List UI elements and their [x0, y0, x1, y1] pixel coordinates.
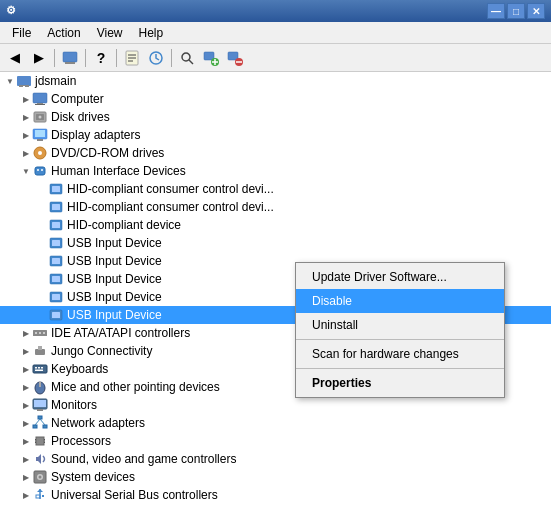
expand-btn-system[interactable]: ▶ [20, 471, 32, 483]
context-menu-item-uninstall[interactable]: Uninstall [296, 313, 504, 337]
tree-item-dvd[interactable]: ▶DVD/CD-ROM drives [0, 144, 551, 162]
svg-rect-71 [36, 437, 44, 445]
tree-item-usb1[interactable]: USB Input Device [0, 234, 551, 252]
menu-item-file[interactable]: File [4, 22, 39, 43]
menu-item-help[interactable]: Help [131, 22, 172, 43]
svg-rect-55 [38, 346, 42, 350]
svg-rect-74 [44, 439, 45, 441]
tree-item-hid[interactable]: ▼Human Interface Devices [0, 162, 551, 180]
remove-button[interactable] [224, 47, 246, 69]
node-label-sound: Sound, video and game controllers [51, 452, 236, 466]
svg-rect-1 [65, 62, 75, 64]
svg-rect-64 [34, 400, 46, 407]
context-menu-separator [296, 339, 504, 340]
svg-rect-68 [43, 425, 47, 428]
expand-btn-disk[interactable]: ▶ [20, 111, 32, 123]
node-label-hid2: HID-compliant consumer control devi... [67, 200, 274, 214]
expand-btn-hid[interactable]: ▼ [20, 165, 32, 177]
title-bar: ⚙ — □ ✕ [0, 0, 551, 22]
node-label-usb5: USB Input Device [67, 308, 162, 322]
minimize-button[interactable]: — [487, 3, 505, 19]
tree-item-usb-ctrl[interactable]: ▶Universal Serial Bus controllers [0, 486, 551, 504]
node-label-keyboard: Keyboards [51, 362, 108, 376]
node-label-monitors: Monitors [51, 398, 97, 412]
tree-item-sound[interactable]: ▶Sound, video and game controllers [0, 450, 551, 468]
svg-rect-67 [33, 425, 37, 428]
expand-btn-jungo[interactable]: ▶ [20, 345, 32, 357]
forward-button[interactable]: ▶ [28, 47, 50, 69]
scan-button[interactable] [176, 47, 198, 69]
node-label-network: Network adapters [51, 416, 145, 430]
svg-rect-57 [35, 367, 37, 369]
toolbar: ◀ ▶ ? [0, 44, 551, 72]
svg-rect-39 [52, 222, 60, 228]
svg-line-70 [40, 419, 45, 425]
svg-rect-51 [35, 332, 37, 334]
expand-btn-root[interactable]: ▼ [4, 75, 16, 87]
menu-item-view[interactable]: View [89, 22, 131, 43]
expand-btn-keyboard[interactable]: ▶ [20, 363, 32, 375]
tree-item-hid2[interactable]: HID-compliant consumer control devi... [0, 198, 551, 216]
expand-btn-network[interactable]: ▶ [20, 417, 32, 429]
tree-item-hid1[interactable]: HID-compliant consumer control devi... [0, 180, 551, 198]
node-icon-usb2 [48, 253, 64, 269]
svg-point-25 [39, 116, 42, 119]
help-button[interactable]: ? [90, 47, 112, 69]
node-icon-usb4 [48, 289, 64, 305]
node-icon-usb1 [48, 235, 64, 251]
context-menu-separator [296, 368, 504, 369]
node-icon-jungo [32, 343, 48, 359]
menu-item-action[interactable]: Action [39, 22, 88, 43]
expand-btn-ide[interactable]: ▶ [20, 327, 32, 339]
tree-item-processors[interactable]: ▶Processors [0, 432, 551, 450]
tree-item-monitors[interactable]: ▶Monitors [0, 396, 551, 414]
context-menu-item-scan[interactable]: Scan for hardware changes [296, 342, 504, 366]
svg-point-30 [38, 151, 42, 155]
tree-item-system[interactable]: ▶System devices [0, 468, 551, 486]
back-button[interactable]: ◀ [4, 47, 26, 69]
node-label-mice: Mice and other pointing devices [51, 380, 220, 394]
svg-marker-81 [37, 489, 43, 492]
expand-btn-monitors[interactable]: ▶ [20, 399, 32, 411]
tree-item-computer[interactable]: ▶Computer [0, 90, 551, 108]
expand-btn-usb-ctrl[interactable]: ▶ [20, 489, 32, 501]
svg-rect-37 [52, 204, 60, 210]
tree-item-disk[interactable]: ▶Disk drives [0, 108, 551, 126]
context-menu-item-update-driver[interactable]: Update Driver Software... [296, 265, 504, 289]
node-label-display: Display adapters [51, 128, 140, 142]
update-button[interactable] [145, 47, 167, 69]
node-label-disk: Disk drives [51, 110, 110, 124]
node-icon-ide [32, 325, 48, 341]
device-manager-button[interactable] [59, 47, 81, 69]
node-icon-hid [32, 163, 48, 179]
svg-rect-22 [35, 104, 45, 105]
svg-rect-41 [52, 240, 60, 246]
context-menu-item-properties[interactable]: Properties [296, 371, 504, 395]
svg-rect-35 [52, 186, 60, 192]
svg-line-69 [35, 419, 40, 425]
add-button[interactable] [200, 47, 222, 69]
svg-rect-65 [37, 409, 43, 411]
svg-rect-59 [41, 367, 43, 369]
node-label-usb2: USB Input Device [67, 254, 162, 268]
tree-item-hid3[interactable]: HID-compliant device [0, 216, 551, 234]
expand-btn-display[interactable]: ▶ [20, 129, 32, 141]
context-menu-item-disable[interactable]: Disable [296, 289, 504, 313]
tree-item-display[interactable]: ▶Display adapters [0, 126, 551, 144]
expand-btn-dvd[interactable]: ▶ [20, 147, 32, 159]
node-label-processors: Processors [51, 434, 111, 448]
node-icon-network [32, 415, 48, 431]
expand-btn-processors[interactable]: ▶ [20, 435, 32, 447]
expand-btn-computer[interactable]: ▶ [20, 93, 32, 105]
node-icon-hid3 [48, 217, 64, 233]
title-bar-icon: ⚙ [6, 4, 20, 18]
tree-item-root[interactable]: ▼jdsmain [0, 72, 551, 90]
close-button[interactable]: ✕ [527, 3, 545, 19]
tree-item-network[interactable]: ▶Network adapters [0, 414, 551, 432]
expand-btn-mice[interactable]: ▶ [20, 381, 32, 393]
properties-button[interactable] [121, 47, 143, 69]
maximize-button[interactable]: □ [507, 3, 525, 19]
svg-line-8 [189, 60, 193, 64]
svg-rect-45 [52, 276, 60, 282]
expand-btn-sound[interactable]: ▶ [20, 453, 32, 465]
